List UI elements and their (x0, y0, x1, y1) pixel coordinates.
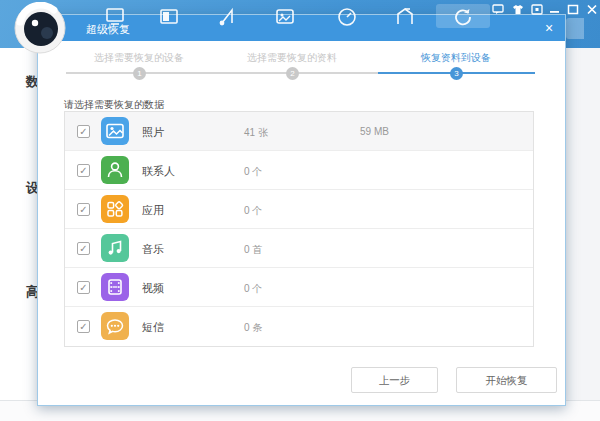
row-label: 音乐 (142, 242, 164, 257)
checkbox-sms[interactable]: ✓ (77, 320, 90, 333)
close-window-button[interactable] (586, 4, 598, 15)
step-dot-3: 3 (450, 67, 463, 80)
app-window: 数 设 高 M 3.0.4.1 超级恢复 × 选择需要恢复的设备 选择需要恢复的… (0, 0, 600, 421)
row-label: 联系人 (142, 164, 175, 179)
checkbox-contacts[interactable]: ✓ (77, 164, 90, 177)
row-label: 短信 (142, 320, 164, 335)
menu-icon[interactable] (531, 4, 543, 15)
video-icon (101, 273, 129, 301)
checkbox-video[interactable]: ✓ (77, 281, 90, 294)
checkbox-apps[interactable]: ✓ (77, 203, 90, 216)
sms-icon (101, 312, 129, 340)
theme-icon[interactable] (512, 4, 524, 15)
row-count: 0 个 (244, 165, 262, 179)
recovery-dialog: 超级恢复 × 选择需要恢复的设备 选择需要恢复的资料 恢复资料到设备 1 2 3… (37, 14, 566, 406)
row-count: 0 个 (244, 282, 262, 296)
minimize-button[interactable] (549, 4, 561, 15)
step-label-2: 选择需要恢复的资料 (202, 51, 382, 65)
recovery-icon[interactable] (452, 6, 474, 27)
row-count: 0 条 (244, 321, 262, 335)
table-row-apps[interactable]: ✓ 应用 0 个 (65, 190, 533, 229)
checkbox-music[interactable]: ✓ (77, 242, 90, 255)
row-size: 59 MB (360, 126, 389, 137)
app-logo-icon (14, 2, 66, 54)
media-icon[interactable] (216, 6, 238, 27)
row-count: 0 首 (244, 243, 262, 257)
row-count: 0 个 (244, 204, 262, 218)
apps-icon (101, 195, 129, 223)
table-row-contacts[interactable]: ✓ 联系人 0 个 (65, 151, 533, 190)
table-row-music[interactable]: ✓ 音乐 0 首 (65, 229, 533, 268)
step-label-3: 恢复资料到设备 (366, 51, 546, 65)
toolbox-icon[interactable] (394, 6, 416, 27)
dashboard-icon[interactable] (336, 6, 358, 27)
maximize-button[interactable] (567, 4, 579, 15)
main-sidebar: 数 设 高 (0, 48, 40, 400)
recovery-data-table: ✓ 照片 41 张 59 MB ✓ 联系人 0 个 ✓ (64, 111, 534, 347)
start-recovery-button[interactable]: 开始恢复 (456, 367, 557, 393)
step-dot-2: 2 (286, 67, 299, 80)
step-dot-1: 1 (133, 67, 146, 80)
row-label: 应用 (142, 203, 164, 218)
step-line-inactive (66, 72, 378, 74)
dialog-close-icon[interactable]: × (539, 18, 559, 38)
music-icon (101, 234, 129, 262)
row-label: 照片 (142, 125, 164, 140)
section-title: 请选择需要恢复的数据 (64, 98, 164, 112)
table-row-photos[interactable]: ✓ 照片 41 张 59 MB (65, 112, 533, 151)
row-count: 41 张 (244, 126, 268, 140)
table-row-video[interactable]: ✓ 视频 0 个 (65, 268, 533, 307)
previous-step-button[interactable]: 上一步 (351, 367, 438, 393)
photo-icon (101, 117, 129, 145)
photos-icon[interactable] (274, 6, 296, 27)
device-icon[interactable] (104, 6, 126, 27)
feedback-icon[interactable] (492, 4, 504, 15)
row-label: 视频 (142, 281, 164, 296)
panel-icon[interactable] (158, 6, 180, 27)
checkbox-photos[interactable]: ✓ (77, 125, 90, 138)
secondary-highlight (566, 18, 584, 39)
table-row-sms[interactable]: ✓ 短信 0 条 (65, 307, 533, 346)
contact-icon (101, 156, 129, 184)
